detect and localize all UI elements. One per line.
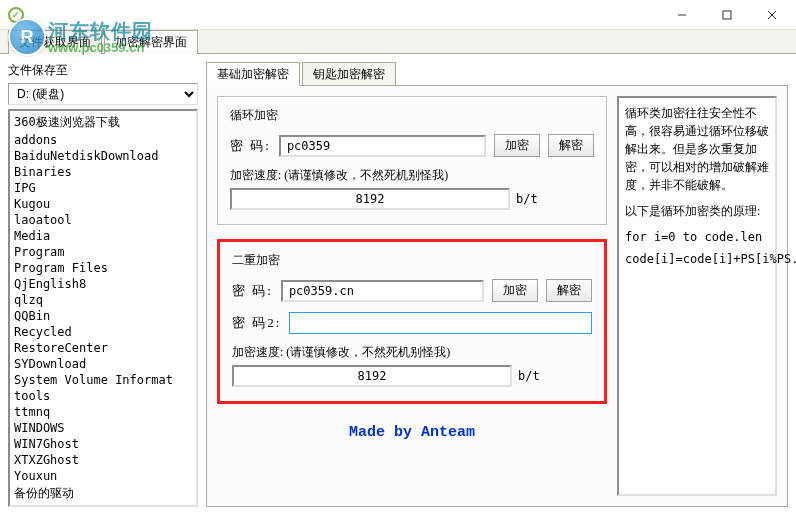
speed-input-2[interactable] bbox=[232, 365, 512, 387]
folder-item[interactable]: Youxun bbox=[12, 468, 194, 484]
tab-basic-crypto[interactable]: 基础加密解密 bbox=[206, 62, 300, 86]
tab-crypto[interactable]: 加密解密界面 bbox=[104, 30, 198, 54]
folder-item[interactable]: XTXZGhost bbox=[12, 452, 194, 468]
tab-key-crypto[interactable]: 钥匙加密解密 bbox=[302, 62, 396, 86]
group2-title: 二重加密 bbox=[232, 252, 592, 269]
folder-item[interactable]: QjEnglish8 bbox=[12, 276, 194, 292]
folder-item[interactable]: tools bbox=[12, 388, 194, 404]
save-to-label: 文件保存至 bbox=[8, 62, 198, 79]
folder-item[interactable]: Recycled bbox=[12, 324, 194, 340]
group-double-encrypt: 二重加密 密 码: 加密 解密 密 码2: 加密速度: (请谨慎修改，不然死机别… bbox=[217, 239, 607, 404]
folder-item[interactable]: SYDownload bbox=[12, 356, 194, 372]
group1-title: 循环加密 bbox=[230, 107, 594, 124]
folder-item[interactable]: WINDOWS bbox=[12, 420, 194, 436]
folder-item[interactable]: Program Files bbox=[12, 260, 194, 276]
pwd-input[interactable] bbox=[279, 135, 486, 157]
speed-label: 加密速度: (请谨慎修改，不然死机别怪我) bbox=[230, 167, 594, 184]
folder-item[interactable]: laoatool bbox=[12, 212, 194, 228]
sub-tabs: 基础加密解密 钥匙加密解密 bbox=[206, 62, 788, 86]
minimize-button[interactable] bbox=[659, 1, 704, 29]
drive-select[interactable]: D: (硬盘) bbox=[8, 83, 198, 105]
maximize-button[interactable] bbox=[704, 1, 749, 29]
folder-item[interactable]: Kugou bbox=[12, 196, 194, 212]
folder-list[interactable]: 360极速浏览器下载addonsBaiduNetdiskDownloadBina… bbox=[8, 109, 198, 507]
group-loop-encrypt: 循环加密 密 码: 加密 解密 加密速度: (请谨慎修改，不然死机别怪我) b/… bbox=[217, 96, 607, 225]
folder-item[interactable]: BaiduNetdiskDownload bbox=[12, 148, 194, 164]
pwd-input-2[interactable] bbox=[281, 280, 484, 302]
encrypt-button[interactable]: 加密 bbox=[494, 134, 540, 157]
info-code1: for i=0 to code.len bbox=[625, 228, 769, 246]
close-button[interactable] bbox=[749, 1, 794, 29]
info-code2: code[i]=code[i]+PS[i%PS.len] bbox=[625, 250, 769, 268]
info-p1: 循环类加密往往安全性不高，很容易通过循环位移破解出来。但是多次重复加密，可以相对… bbox=[625, 104, 769, 194]
folder-item[interactable]: Media bbox=[12, 228, 194, 244]
speed-input[interactable] bbox=[230, 188, 510, 210]
folder-item[interactable]: IPG bbox=[12, 180, 194, 196]
speed-label-2: 加密速度: (请谨慎修改，不然死机别怪我) bbox=[232, 344, 592, 361]
svg-rect-1 bbox=[723, 11, 731, 19]
folder-item[interactable]: 360极速浏览器下载 bbox=[12, 113, 194, 132]
decrypt-button[interactable]: 解密 bbox=[548, 134, 594, 157]
folder-item[interactable]: Binaries bbox=[12, 164, 194, 180]
pwd2-label: 密 码2: bbox=[232, 314, 281, 332]
app-icon: ✓ bbox=[8, 7, 24, 23]
speed-unit-2: b/t bbox=[518, 369, 540, 383]
folder-item[interactable]: 玄奥软件 bbox=[12, 503, 194, 507]
folder-item[interactable]: qlzq bbox=[12, 292, 194, 308]
footer-credit: Made by Anteam bbox=[217, 418, 607, 447]
folder-item[interactable]: System Volume Informat bbox=[12, 372, 194, 388]
folder-item[interactable]: addons bbox=[12, 132, 194, 148]
folder-item[interactable]: WIN7Ghost bbox=[12, 436, 194, 452]
pwd2-input[interactable] bbox=[289, 312, 592, 334]
pwd-label-2: 密 码: bbox=[232, 282, 273, 300]
folder-item[interactable]: ttmnq bbox=[12, 404, 194, 420]
main-tabs: 文件获取界面 加密解密界面 bbox=[0, 30, 796, 54]
window-titlebar: ✓ bbox=[0, 0, 796, 30]
pwd-label: 密 码: bbox=[230, 137, 271, 155]
left-panel: 文件保存至 D: (硬盘) 360极速浏览器下载addonsBaiduNetdi… bbox=[8, 62, 198, 507]
folder-item[interactable]: QQBin bbox=[12, 308, 194, 324]
folder-item[interactable]: 备份的驱动 bbox=[12, 484, 194, 503]
folder-item[interactable]: Program bbox=[12, 244, 194, 260]
info-p2: 以下是循环加密类的原理: bbox=[625, 202, 769, 220]
folder-item[interactable]: RestoreCenter bbox=[12, 340, 194, 356]
encrypt-button-2[interactable]: 加密 bbox=[492, 279, 538, 302]
decrypt-button-2[interactable]: 解密 bbox=[546, 279, 592, 302]
tab-file-fetch[interactable]: 文件获取界面 bbox=[8, 30, 102, 54]
speed-unit: b/t bbox=[516, 192, 538, 206]
info-panel: 循环类加密往往安全性不高，很容易通过循环位移破解出来。但是多次重复加密，可以相对… bbox=[617, 96, 777, 496]
